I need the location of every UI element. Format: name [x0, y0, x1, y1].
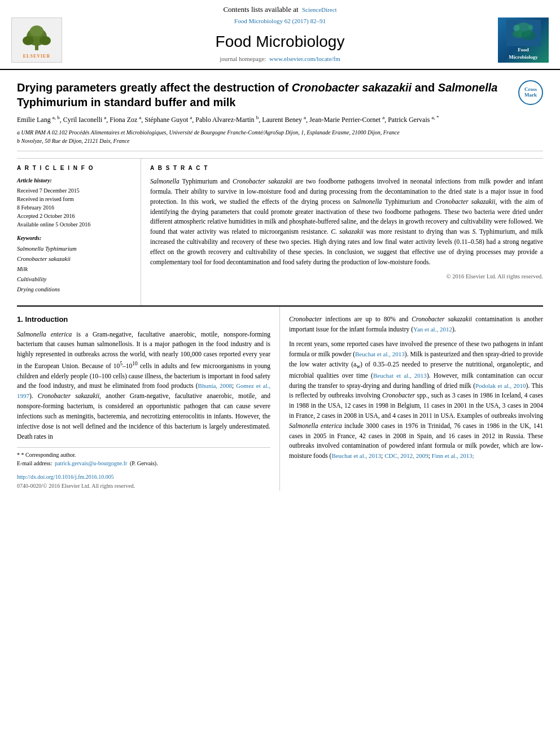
intro-para-3: In recent years, some reported cases hav… [289, 339, 543, 461]
keyword-4: Cultivability [17, 274, 134, 285]
doi-area: http://dx.doi.org/10.1016/j.fm.2016.10.0… [17, 472, 270, 490]
corresponding-label: * * Corresponding author. [17, 451, 270, 459]
svg-point-10 [528, 25, 533, 30]
received-date: Received 7 December 2015 [17, 186, 134, 195]
ref-beuchat-2[interactable]: Beuchat et al., 2013 [373, 372, 427, 379]
doi-link[interactable]: http://dx.doi.org/10.1016/j.fm.2016.10.0… [17, 474, 114, 480]
accepted-date: Accepted 2 October 2016 [17, 212, 134, 220]
species-salmonella: Salmonella [150, 178, 180, 185]
species-cronobacter-spp: Cronobacter [382, 392, 415, 399]
journal-logo-text: FoodMicrobiology [509, 46, 537, 60]
keywords-list: Salmonella Typhimurium Cronobacter sakaz… [17, 244, 134, 294]
journal-homepage: journal homepage: www.elsevier.com/locat… [68, 55, 492, 63]
author-sup-2: a [104, 115, 106, 120]
article-title: Drying parameters greatly affect the des… [17, 80, 543, 110]
species-cronobacter-4: Cronobacter sakazakii [412, 316, 472, 322]
ref-podolak[interactable]: Podolak et al., 2010 [475, 382, 526, 389]
ref-beuchat[interactable]: Beuchat et al., 2013 [355, 351, 405, 357]
intro-heading: 1. Introduction [17, 314, 270, 325]
species-salmonella-2: Salmonella [353, 198, 382, 205]
author-sup-7: a [382, 115, 384, 120]
species-s-typhimurium: S. [472, 228, 477, 235]
issn-text: 0740-0020/© 2016 Elsevier Ltd. All right… [17, 483, 135, 489]
journal-name: Food Microbiology [68, 30, 492, 53]
affiliation-a: a UMR PAM A 02.102 Procédés Alimentaires… [17, 129, 400, 136]
affiliation-b: b Novolyze, 50 Rue de Dijon, 21121 Daix,… [17, 138, 130, 144]
corresponding-star: * [17, 452, 21, 458]
ref-beuchat-3[interactable]: Beuchat et al., 2013 [331, 452, 381, 459]
keyword-2: Cronobacter sakazakii [17, 254, 134, 264]
article-page: Contents lists available at ScienceDirec… [0, 0, 560, 747]
email-link[interactable]: patrick.gervais@u-bourgogne.fr [55, 460, 127, 466]
sciencedirect-bar: Contents lists available at ScienceDirec… [11, 5, 549, 15]
sciencedirect-link[interactable]: ScienceDirect [302, 6, 337, 13]
contents-label: Contents lists available at [223, 5, 298, 14]
corresponding-text: * Corresponding author. [21, 452, 76, 458]
species-cronobacter-2: Cronobacter sakazakii [435, 198, 495, 205]
journal-header: Contents lists available at ScienceDirec… [0, 0, 560, 70]
history-heading: Article history: [17, 177, 134, 185]
food-micro-ref: Food Microbiology 62 (2017) 82–91 [68, 17, 492, 25]
keyword-5: Drying conditions [17, 285, 134, 295]
email-suffix: (P. Gervais). [130, 460, 158, 466]
author-sup-3: a [139, 115, 141, 120]
author-sup: a, b [53, 115, 60, 120]
article-info-label: A R T I C L E I N F O [17, 164, 134, 172]
svg-point-3 [40, 36, 51, 45]
intro-number: 1. [17, 315, 23, 324]
homepage-label: journal homepage: [220, 55, 266, 62]
svg-point-9 [513, 25, 520, 32]
article-info-column: A R T I C L E I N F O Article history: R… [17, 159, 141, 305]
elsevier-text: ELSEVIER [23, 53, 50, 59]
email-line: E-mail address: patrick.gervais@u-bourgo… [17, 459, 270, 468]
keywords-heading: Keywords: [17, 234, 134, 242]
svg-point-2 [23, 36, 34, 45]
elsevier-logo-container: ELSEVIER [17, 21, 56, 59]
available-date: Available online 5 October 2016 [17, 220, 134, 229]
introduction-section: 1. Introduction Salmonella enterica is a… [0, 307, 560, 490]
intro-right-column: Cronobacter infections are up to 80% and… [280, 307, 543, 490]
species-cronobacter-sakazakii: Cronobacter sakazakii [38, 392, 99, 399]
crossmark-text: CrossMark [524, 87, 537, 98]
intro-para-2: Cronobacter infections are up to 80% and… [289, 314, 543, 335]
keyword-1: Salmonella Typhimurium [17, 244, 134, 254]
ref-cdc[interactable]: CDC, 2012, 2009 [384, 452, 428, 459]
elsevier-logo: ELSEVIER [11, 18, 62, 63]
food-microbiology-logo: FoodMicrobiology [498, 18, 549, 63]
species-cronobacter-3: Cronobacter [289, 316, 322, 322]
intro-title: Introduction [25, 315, 68, 324]
species-cronobacter: Cronobacter sakazakii [233, 178, 292, 185]
homepage-link[interactable]: www.elsevier.com/locate/fm [269, 55, 340, 62]
copyright-line: © 2016 Elsevier Ltd. All rights reserved… [150, 273, 543, 281]
journal-center: Food Microbiology 62 (2017) 82–91 Food M… [68, 17, 492, 63]
svg-point-4 [30, 25, 43, 37]
authors-line: Emilie Lang a, b, Cyril Iaconelli a, Fio… [17, 114, 543, 125]
abstract-column: A B S T R A C T Salmonella Typhimurium a… [141, 159, 543, 305]
crossmark-badge[interactable]: CrossMark [518, 80, 543, 105]
journal-title-row: ELSEVIER Food Microbiology 62 (2017) 82–… [11, 17, 549, 63]
article-title-section: Drying parameters greatly affect the des… [17, 70, 543, 151]
article-history-block: Article history: Received 7 December 201… [17, 177, 134, 229]
svg-point-8 [521, 30, 536, 40]
article-main-content: Drying parameters greatly affect the des… [0, 70, 560, 305]
keywords-block: Keywords: Salmonella Typhimurium Cronoba… [17, 234, 134, 294]
affiliations: a UMR PAM A 02.102 Procédés Alimentaires… [17, 128, 543, 145]
article-info-abstract: A R T I C L E I N F O Article history: R… [17, 158, 543, 305]
crossmark-circle: CrossMark [518, 80, 543, 105]
ref-finn[interactable]: Finn et al., 2013; [432, 452, 474, 459]
intro-left-column: 1. Introduction Salmonella enterica is a… [17, 307, 280, 490]
email-label: E-mail address: [17, 460, 52, 466]
received-revised: Received in revised form8 February 2016 [17, 195, 134, 212]
author-sup-8: a, * [431, 115, 439, 120]
food-microbiology-logo-inner: FoodMicrobiology [498, 18, 549, 63]
author-sup-5: b [256, 115, 259, 120]
ref-bhunia[interactable]: Bhunia, 2008 [198, 382, 232, 389]
keyword-3: Milk [17, 264, 134, 274]
ref-yan[interactable]: Yan et al., 2012 [413, 326, 452, 333]
footnote-area: * * Corresponding author. E-mail address… [17, 447, 270, 468]
species-salmonella-enterica: Salmonella enterica [17, 331, 72, 338]
abstract-text: Salmonella Typhimurium and Cronobacter s… [150, 177, 543, 267]
abstract-label: A B S T R A C T [150, 164, 543, 172]
intro-para-1: Salmonella enterica is a Gram-negative, … [17, 330, 270, 442]
author-sup-6: a [304, 115, 306, 120]
